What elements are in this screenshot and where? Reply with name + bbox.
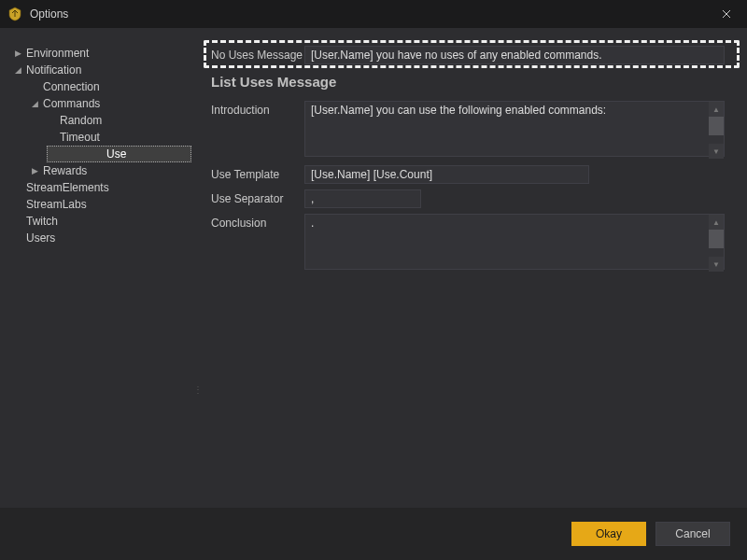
tree-item-timeout[interactable]: Timeout bbox=[0, 129, 194, 146]
scrollbar[interactable]: ▲ ▼ bbox=[709, 102, 724, 159]
tree-item-use[interactable]: Use bbox=[47, 146, 191, 162]
window-title: Options bbox=[30, 7, 68, 21]
use-separator-label: Use Separator bbox=[211, 189, 304, 205]
scrollbar[interactable]: ▲ ▼ bbox=[709, 215, 724, 272]
tree-item-rewards[interactable]: ▶ Rewards bbox=[0, 162, 194, 179]
chevron-down-icon: ◢ bbox=[11, 62, 24, 78]
tree-item-commands[interactable]: ◢ Commands bbox=[0, 95, 194, 112]
tree-item-random[interactable]: Random bbox=[0, 112, 194, 129]
scroll-up-icon[interactable]: ▲ bbox=[709, 215, 724, 230]
introduction-label: Introduction bbox=[211, 101, 304, 117]
use-template-input[interactable] bbox=[304, 165, 589, 184]
cancel-button[interactable]: Cancel bbox=[655, 522, 730, 546]
tree-item-connection[interactable]: Connection bbox=[0, 78, 194, 95]
okay-button[interactable]: Okay bbox=[571, 522, 646, 546]
footer: Okay Cancel bbox=[0, 508, 747, 560]
no-uses-message-input[interactable] bbox=[304, 46, 725, 64]
scroll-down-icon[interactable]: ▼ bbox=[709, 144, 724, 159]
introduction-textarea[interactable] bbox=[304, 101, 725, 157]
tree-item-streamelements[interactable]: StreamElements bbox=[0, 179, 194, 196]
chevron-down-icon: ◢ bbox=[28, 95, 41, 112]
tree-item-streamlabs[interactable]: StreamLabs bbox=[0, 196, 194, 213]
content-panel: No Uses Message List Uses Message Introd… bbox=[200, 28, 747, 508]
tree-item-environment[interactable]: ▶ Environment bbox=[0, 45, 194, 62]
conclusion-label: Conclusion bbox=[211, 214, 304, 230]
chevron-right-icon: ▶ bbox=[11, 45, 24, 62]
use-template-label: Use Template bbox=[211, 165, 304, 181]
section-title: List Uses Message bbox=[211, 74, 736, 90]
close-icon bbox=[722, 9, 731, 19]
no-uses-message-label: No Uses Message bbox=[211, 46, 304, 62]
close-button[interactable] bbox=[705, 0, 747, 28]
tree-item-notification[interactable]: ◢ Notification bbox=[0, 62, 194, 78]
use-separator-input[interactable] bbox=[304, 189, 421, 208]
tree-item-twitch[interactable]: Twitch bbox=[0, 213, 194, 230]
chevron-right-icon: ▶ bbox=[28, 162, 41, 179]
sidebar: ▶ Environment ◢ Notification Connection bbox=[0, 28, 194, 508]
title-bar: Options bbox=[0, 0, 747, 28]
conclusion-textarea[interactable] bbox=[304, 214, 725, 270]
tree-item-users[interactable]: Users bbox=[0, 230, 194, 246]
scroll-down-icon[interactable]: ▼ bbox=[709, 257, 724, 272]
nav-tree: ▶ Environment ◢ Notification Connection bbox=[0, 45, 194, 246]
app-icon bbox=[7, 7, 22, 21]
scroll-up-icon[interactable]: ▲ bbox=[709, 102, 724, 117]
